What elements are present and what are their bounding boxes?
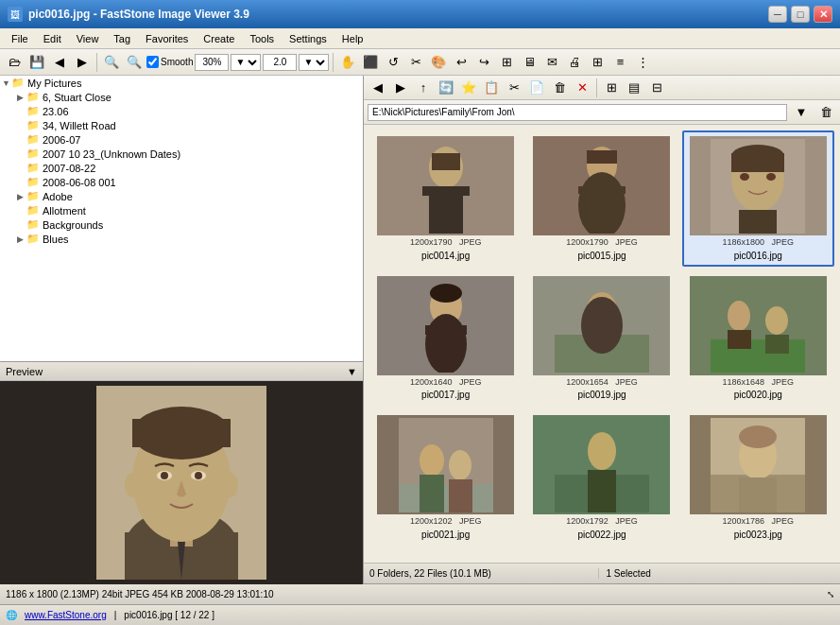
rt-btn-5[interactable]: ⭐	[458, 78, 479, 98]
tree-label-0: 6, Stuart Close	[43, 92, 111, 103]
tree-item-1[interactable]: 📁 23.06	[0, 104, 363, 118]
thumb-item-8[interactable]: 1200x1786 JPEG pic0023.jpg	[682, 409, 834, 546]
svg-point-51	[449, 450, 471, 480]
tree-expand-7[interactable]: ▶	[17, 192, 26, 201]
address-input[interactable]	[368, 104, 787, 121]
rt-btn-4[interactable]: 🔄	[436, 78, 456, 98]
tree-item-0[interactable]: ▶ 📁 6, Stuart Close	[0, 90, 363, 104]
tb-email-button[interactable]: ✉	[541, 52, 562, 73]
menu-create[interactable]: Create	[196, 31, 242, 46]
tb-crop-button[interactable]: ✂	[405, 52, 426, 73]
rt-btn-2[interactable]: ▶	[390, 78, 411, 98]
tb-open-button[interactable]: 🗁	[4, 52, 25, 73]
tree-root[interactable]: ▼ 📁 My Pictures	[0, 76, 363, 90]
rt-btn-6[interactable]: 📋	[481, 78, 502, 98]
file-resize-icon[interactable]: ⤡	[827, 589, 834, 599]
thumb-dims-1: 1200x1790	[566, 237, 609, 247]
thumb-item-6[interactable]: 1200x1202 JPEG pic0021.jpg	[369, 409, 522, 546]
tb-fit-button[interactable]: ⬛	[360, 52, 381, 73]
preview-image-area	[0, 381, 363, 584]
tree-item-2[interactable]: 📁 34, Willett Road	[0, 118, 363, 132]
rt-btn-8[interactable]: 📄	[526, 78, 547, 98]
menu-tag[interactable]: Tag	[106, 31, 138, 46]
tree-item-7[interactable]: ▶ 📁 Adobe	[0, 189, 363, 203]
svg-rect-57	[588, 470, 616, 512]
thumb-dims-7: 1200x1792	[566, 516, 609, 526]
menu-file[interactable]: File	[4, 31, 36, 46]
title-buttons: ─ □ ✕	[768, 6, 832, 23]
menu-tools[interactable]: Tools	[242, 31, 282, 46]
thumbnail-grid[interactable]: 1200x1790 JPEG pic0014.jpg	[364, 125, 840, 563]
rt-btn-7[interactable]: ✂	[504, 78, 524, 98]
thumb-item-4[interactable]: 1200x1654 JPEG pic0019.jpg	[525, 270, 677, 407]
tb-next-button[interactable]: ▶	[72, 52, 93, 73]
tree-item-6[interactable]: 📁 2008-06-08 001	[0, 175, 363, 189]
thumb-item-3[interactable]: 1200x1640 JPEG pic0017.jpg	[369, 270, 522, 407]
smooth-checkbox-area[interactable]: Smooth	[146, 56, 193, 68]
tree-view[interactable]: ▼ 📁 My Pictures ▶ 📁 6, Stuart Close 📁 23…	[0, 76, 363, 361]
zoom-percent-input[interactable]	[195, 54, 229, 71]
zoom-select[interactable]: ▼	[231, 54, 261, 71]
menu-favorites[interactable]: Favorites	[138, 31, 196, 46]
address-go-button[interactable]: ▼	[791, 102, 812, 123]
tree-expand-root[interactable]: ▼	[2, 78, 11, 88]
address-clear-button[interactable]: 🗑	[815, 102, 836, 123]
thumb-info-2: 1186x1800 JPEG	[723, 237, 795, 249]
rt-btn-detail[interactable]: ⊟	[646, 78, 667, 98]
thumb-format-5: JPEG	[772, 377, 795, 387]
tb-color-button[interactable]: 🎨	[428, 52, 449, 73]
tb-detail-button[interactable]: ⋮	[632, 52, 653, 73]
tb-screen-button[interactable]: 🖥	[519, 52, 540, 73]
preview-toggle[interactable]: ▼	[347, 366, 357, 377]
menu-settings[interactable]: Settings	[282, 31, 334, 46]
thumb-dims-2: 1186x1800	[723, 237, 765, 247]
tree-item-4[interactable]: 📁 2007 10 23_(Unknown Dates)	[0, 147, 363, 161]
menu-help[interactable]: Help	[334, 31, 371, 46]
tree-item-8[interactable]: 📁 Allotment	[0, 203, 363, 217]
thumb-item-2[interactable]: 1186x1800 JPEG pic0016.jpg	[682, 130, 834, 267]
thumb-item-7[interactable]: 1200x1792 JPEG pic0022.jpg	[525, 409, 677, 546]
tb-list-button[interactable]: ≡	[609, 52, 630, 73]
thumb-item-5[interactable]: 1186x1648 JPEG pic0020.jpg	[682, 270, 834, 407]
zoom2-input[interactable]	[263, 54, 297, 71]
tb-multi-button[interactable]: ⊞	[496, 52, 517, 73]
tb-save-button[interactable]: 💾	[26, 52, 47, 73]
thumb-item-0[interactable]: 1200x1790 JPEG pic0014.jpg	[369, 130, 522, 267]
tree-expand-0[interactable]: ▶	[17, 93, 26, 102]
tb-rotate-button[interactable]: ↺	[383, 52, 403, 73]
tb-zoom-in-button[interactable]: 🔍	[101, 52, 122, 73]
folder-icon-2: 📁	[26, 119, 40, 131]
close-button[interactable]: ✕	[814, 6, 832, 23]
menu-view[interactable]: View	[69, 31, 107, 46]
smooth-checkbox[interactable]	[146, 56, 159, 68]
rt-btn-9[interactable]: 🗑	[549, 78, 570, 98]
tb-zoom-out-button[interactable]: 🔍	[124, 52, 145, 73]
file-info-text: 1186 x 1800 (2.13MP) 24bit JPEG 454 KB 2…	[6, 589, 274, 599]
rt-btn-1[interactable]: ◀	[368, 78, 388, 98]
minimize-button[interactable]: ─	[768, 6, 787, 23]
tb-grid-button[interactable]: ⊞	[587, 52, 608, 73]
website-url[interactable]: www.FastStone.org	[25, 610, 107, 620]
tb-redo-button[interactable]: ↪	[473, 52, 494, 73]
maximize-button[interactable]: □	[791, 6, 810, 23]
tb-print-button[interactable]: 🖨	[564, 52, 585, 73]
thumb-item-1[interactable]: 1200x1790 JPEG pic0015.jpg	[525, 130, 677, 267]
rt-btn-list[interactable]: ▤	[624, 78, 644, 98]
tb-hand-button[interactable]: ✋	[337, 52, 358, 73]
tb-prev-button[interactable]: ◀	[49, 52, 70, 73]
tree-label-4: 2007 10 23_(Unknown Dates)	[43, 148, 180, 160]
thumb-name-5: pic0020.jpg	[734, 390, 782, 400]
tree-item-3[interactable]: 📁 2006-07	[0, 132, 363, 147]
tree-item-5[interactable]: 📁 2007-08-22	[0, 161, 363, 175]
tree-item-10[interactable]: ▶ 📁 Blues	[0, 232, 363, 246]
menu-edit[interactable]: Edit	[36, 31, 69, 46]
tb-undo-button[interactable]: ↩	[451, 52, 471, 73]
tree-expand-10[interactable]: ▶	[17, 234, 26, 244]
svg-point-45	[765, 306, 788, 335]
status-files: 0 Folders, 22 Files (10.1 MB)	[369, 568, 599, 579]
zoom2-select[interactable]: ▼	[299, 54, 329, 71]
tree-item-9[interactable]: 📁 Backgrounds	[0, 217, 363, 232]
rt-btn-grid[interactable]: ⊞	[601, 78, 622, 98]
rt-btn-3[interactable]: ↑	[413, 78, 434, 98]
rt-btn-delete[interactable]: ✕	[572, 78, 592, 98]
